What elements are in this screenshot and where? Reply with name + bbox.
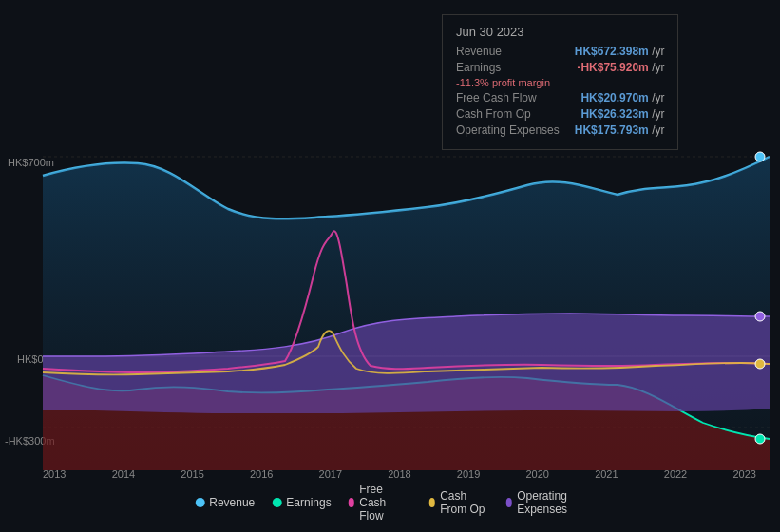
legend-cashop: Cash From Op: [429, 489, 489, 516]
x-label-2020: 2020: [525, 468, 548, 480]
x-label-2022: 2022: [664, 468, 687, 480]
svg-point-4: [755, 152, 765, 162]
x-label-2018: 2018: [388, 468, 410, 480]
tooltip-row-cashop: Cash From Op HK$26.323m /yr: [456, 107, 664, 121]
x-label-2021: 2021: [595, 468, 618, 480]
x-label-2015: 2015: [181, 468, 203, 480]
tooltip-date: Jun 30 2023: [456, 25, 664, 39]
tooltip-row-earnings: Earnings -HK$75.920m /yr: [456, 61, 664, 74]
legend-label-cashop: Cash From Op: [440, 489, 488, 516]
svg-point-3: [755, 312, 765, 321]
tooltip-profit-margin: -11.3% profit margin: [456, 77, 664, 88]
legend-revenue: Revenue: [195, 496, 255, 509]
chart-area: HK$700m HK$0 -HK$300m Jun 30 2023 Revenu…: [0, 0, 780, 532]
legend-dot-fcf: [349, 498, 355, 507]
x-label-2016: 2016: [250, 468, 273, 480]
legend-label-opex: Operating Expenses: [517, 489, 585, 516]
x-label-2023: 2023: [732, 468, 755, 480]
x-label-2017: 2017: [319, 468, 342, 480]
legend-dot-opex: [506, 498, 513, 507]
x-labels: 2013 2014 2015 2016 2017 2018 2019 2020 …: [0, 468, 780, 480]
legend-dot-cashop: [429, 498, 436, 507]
legend-dot-revenue: [195, 498, 204, 507]
x-label-2013: 2013: [43, 468, 66, 480]
x-label-2019: 2019: [457, 468, 480, 480]
legend-label-fcf: Free Cash Flow: [359, 483, 411, 522]
tooltip-row-revenue: Revenue HK$672.398m /yr: [456, 45, 664, 58]
main-chart: [0, 142, 780, 470]
legend-label-revenue: Revenue: [209, 496, 255, 509]
legend-fcf: Free Cash Flow: [349, 483, 412, 522]
svg-point-5: [755, 434, 765, 444]
legend-opex: Operating Expenses: [506, 489, 585, 516]
legend-earnings: Earnings: [272, 496, 331, 509]
svg-point-6: [755, 359, 765, 369]
legend-dot-earnings: [272, 498, 281, 507]
x-label-2014: 2014: [112, 468, 135, 480]
tooltip-row-opex: Operating Expenses HK$175.793m /yr: [456, 124, 664, 137]
tooltip-row-fcf: Free Cash Flow HK$20.970m /yr: [456, 91, 664, 104]
tooltip-box: Jun 30 2023 Revenue HK$672.398m /yr Earn…: [442, 14, 678, 150]
legend-label-earnings: Earnings: [286, 496, 331, 509]
legend: Revenue Earnings Free Cash Flow Cash Fro…: [195, 483, 585, 522]
